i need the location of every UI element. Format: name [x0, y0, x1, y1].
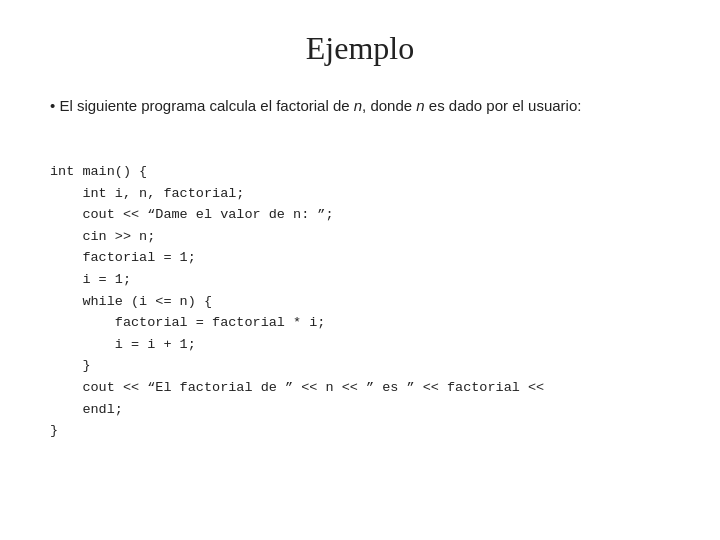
code-line-6: i = 1; — [50, 272, 131, 287]
code-line-12: endl; — [50, 402, 123, 417]
code-line-7: while (i <= n) { — [50, 294, 212, 309]
code-line-5: factorial = 1; — [50, 250, 196, 265]
code-line-3: cout << “Dame el valor de n: ”; — [50, 207, 334, 222]
bullet-text: • El siguiente programa calcula el facto… — [50, 97, 581, 114]
code-line-1: int main() { — [50, 164, 147, 179]
code-line-2: int i, n, factorial; — [50, 186, 244, 201]
code-line-8: factorial = factorial * i; — [50, 315, 325, 330]
bullet-section: • El siguiente programa calcula el facto… — [50, 95, 670, 118]
code-line-4: cin >> n; — [50, 229, 155, 244]
code-line-13: } — [50, 423, 58, 438]
bullet-italic2: n — [416, 97, 424, 114]
page: Ejemplo • El siguiente programa calcula … — [0, 0, 720, 540]
code-line-11: cout << “El factorial de ” << n << ” es … — [50, 380, 544, 395]
code-line-10: } — [50, 358, 91, 373]
bullet-prefix: El siguiente programa calcula el factori… — [59, 97, 353, 114]
bullet-middle: , donde — [362, 97, 416, 114]
bullet-italic1: n — [354, 97, 362, 114]
code-block: int main() { int i, n, factorial; cout <… — [50, 140, 544, 464]
code-line-9: i = i + 1; — [50, 337, 196, 352]
page-title: Ejemplo — [50, 30, 670, 67]
bullet-end: es dado por el usuario: — [425, 97, 582, 114]
